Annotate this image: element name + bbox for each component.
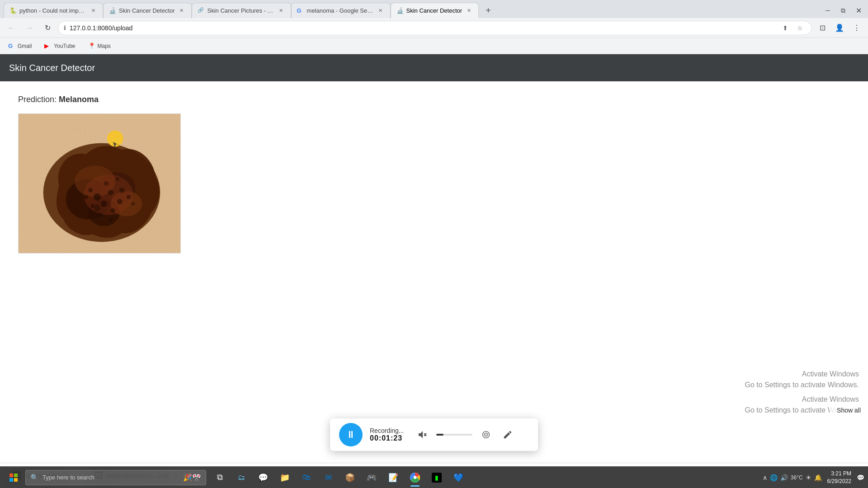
youtube-label: YouTube [54, 43, 75, 49]
minimize-button[interactable]: ─ [822, 5, 834, 16]
tab-favicon-python: 🐍 [9, 7, 17, 14]
prediction-value: Melanoma [59, 95, 99, 104]
tab-close-python[interactable]: ✕ [89, 7, 97, 15]
bookmark-icon[interactable]: ☆ [793, 22, 806, 34]
show-all-button[interactable]: Show all [830, 403, 868, 418]
taskbar-search-text: Type here to search [42, 474, 94, 481]
svg-point-17 [119, 188, 125, 193]
pause-icon: ⏸ [346, 429, 356, 441]
reload-button[interactable]: ↻ [40, 20, 55, 36]
menu-button[interactable]: ⋮ [849, 20, 864, 36]
tab-title-skincancer1: Skin Cancer Detector [119, 7, 175, 14]
tray-hide-icon[interactable]: ∧ [763, 474, 767, 481]
new-tab-button[interactable]: + [481, 3, 496, 18]
tab-skincancer1[interactable]: 🔬 Skin Cancer Detector ✕ [103, 3, 192, 18]
tab-favicon-active: 🔬 [396, 7, 404, 14]
prediction-text: Prediction: Melanoma [18, 95, 850, 104]
volume-fill [436, 434, 443, 436]
svg-point-8 [84, 174, 133, 215]
svg-point-19 [127, 195, 131, 199]
bookmark-gmail[interactable]: G Gmail [5, 41, 34, 52]
taskbar-widgets[interactable]: 🗂 [231, 468, 251, 488]
taskbar-mail[interactable]: ✉ [318, 468, 338, 488]
tray-weather-icon[interactable]: ☀ [806, 474, 811, 481]
tray-temperature: 36°C [791, 474, 803, 481]
taskbar-tray: ∧ 🌐 🔊 36°C ☀ 🔔 [763, 474, 822, 481]
app-title: Skin Cancer Detector [9, 63, 95, 73]
bookmark-youtube[interactable]: ▶ YouTube [42, 41, 78, 52]
pause-button[interactable]: ⏸ [339, 423, 363, 446]
taskbar: 🔍 Type here to search 🎉🎌 ⧉ 🗂 💬 📁 [0, 466, 868, 488]
page-content: Skin Cancer Detector Prediction: Melanom… [0, 54, 868, 488]
volume-bar[interactable] [436, 434, 472, 436]
clock-date: 6/29/2022 [827, 478, 851, 485]
nav-bar-right: ⊡ 👤 ⋮ [815, 20, 864, 36]
taskbar-terminal[interactable]: ▮ [427, 468, 447, 488]
svg-point-29 [486, 434, 487, 435]
taskbar-game[interactable]: 🎮 [362, 468, 382, 488]
tray-notification-icon[interactable]: 🔔 [814, 474, 822, 481]
mute-button[interactable] [415, 427, 431, 443]
pen-button[interactable] [500, 427, 516, 443]
gmail-favicon: G [8, 42, 15, 50]
svg-point-36 [414, 476, 416, 479]
bookmarks-bar: G Gmail ▶ YouTube 📍 Maps [0, 38, 868, 54]
tab-google[interactable]: G melanoma - Google Search ✕ [291, 3, 391, 18]
extensions-button[interactable]: ⊡ [815, 20, 830, 36]
svg-point-24 [132, 202, 135, 206]
taskbar-notification-center[interactable]: 💬 [857, 474, 864, 481]
recording-info: Recording... 00:01:23 [370, 427, 404, 442]
start-button[interactable] [4, 468, 24, 488]
taskbar-time[interactable]: 3:21 PM 6/29/2022 [825, 470, 854, 485]
share-icon[interactable]: ⬆ [779, 22, 792, 34]
app-header: Skin Cancer Detector [0, 54, 868, 81]
svg-rect-32 [9, 478, 13, 482]
tab-skincancer-active[interactable]: 🔬 Skin Cancer Detector ✕ [391, 3, 479, 18]
tab-bar: 🐍 python - Could not import P... ✕ 🔬 Ski… [0, 0, 868, 18]
skin-image-container [18, 113, 181, 253]
recording-bar: ⏸ Recording... 00:01:23 [330, 418, 538, 451]
tab-close-skincancer1[interactable]: ✕ [178, 7, 186, 15]
svg-point-10 [108, 190, 113, 195]
taskbar-explorer[interactable]: 📁 [275, 468, 295, 488]
bookmark-maps[interactable]: 📍 Maps [85, 41, 113, 52]
camera-button[interactable] [478, 427, 494, 443]
tab-pictures[interactable]: 🔗 Skin Cancer Pictures - The Si... ✕ [192, 3, 291, 18]
svg-point-16 [104, 181, 108, 186]
taskbar-store[interactable]: 🛍 [297, 468, 316, 488]
taskbar-search-icon: 🔍 [30, 474, 39, 482]
svg-point-14 [111, 208, 115, 213]
taskbar-teams[interactable]: 💬 [253, 468, 273, 488]
taskbar-store2[interactable]: 📦 [340, 468, 360, 488]
youtube-favicon: ▶ [44, 42, 52, 50]
taskbar-vscode[interactable]: 💙 [448, 468, 468, 488]
tray-network-icon[interactable]: 🌐 [770, 474, 778, 481]
svg-point-18 [91, 204, 94, 208]
taskbar-search-flag: 🎉🎌 [183, 473, 201, 482]
taskbar-taskview[interactable]: ⧉ [210, 468, 230, 488]
maximize-button[interactable]: ⧉ [837, 5, 849, 16]
tab-title-google: melanoma - Google Search [307, 7, 374, 14]
lock-icon: ℹ [64, 24, 66, 31]
tab-close-pictures[interactable]: ✕ [277, 7, 285, 15]
svg-rect-30 [9, 474, 13, 477]
svg-point-13 [117, 199, 123, 204]
taskbar-search-bar[interactable]: 🔍 Type here to search 🎉🎌 [25, 470, 206, 485]
svg-rect-31 [14, 474, 18, 477]
address-bar[interactable]: ℹ 127.0.0.1:8080/upload ⬆ ☆ [58, 21, 812, 35]
profile-button[interactable]: 👤 [832, 20, 847, 36]
svg-point-15 [94, 205, 100, 211]
taskbar-chrome[interactable] [405, 468, 425, 488]
address-bar-right: ⬆ ☆ [779, 22, 806, 34]
forward-button[interactable]: → [22, 20, 37, 36]
tab-favicon-google: G [297, 7, 304, 14]
close-button[interactable]: ✕ [853, 5, 864, 16]
tab-close-active[interactable]: ✕ [465, 7, 473, 15]
tray-volume-icon[interactable]: 🔊 [780, 474, 788, 481]
tab-python[interactable]: 🐍 python - Could not import P... ✕ [4, 3, 103, 18]
melanoma-svg [19, 114, 180, 253]
taskbar-word[interactable]: 📝 [383, 468, 403, 488]
svg-point-11 [101, 201, 107, 207]
tab-close-google[interactable]: ✕ [377, 7, 385, 15]
back-button[interactable]: ← [4, 20, 19, 36]
